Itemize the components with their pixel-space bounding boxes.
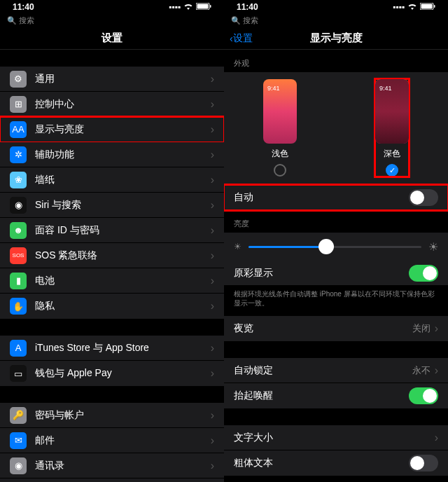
chevron-right-icon: ›: [211, 199, 214, 212]
signal-icon: ▪▪▪▪: [169, 2, 181, 12]
chevron-right-icon: ›: [211, 149, 214, 161]
bold-text-toggle[interactable]: [409, 455, 438, 471]
back-button[interactable]: ‹ 设置: [230, 32, 253, 45]
settings-row-accessibility[interactable]: ✲辅助功能›: [0, 142, 224, 167]
chevron-right-icon: ›: [435, 364, 438, 377]
search-field[interactable]: 🔍 搜索: [0, 14, 224, 27]
row-label: 墙纸: [35, 174, 211, 186]
chevron-right-icon: ›: [211, 300, 214, 312]
slider-thumb[interactable]: [318, 239, 334, 254]
siri-search-icon: ◉: [10, 197, 27, 214]
settings-row-display-brightness[interactable]: AA显示与亮度›: [0, 117, 224, 142]
settings-row-privacy[interactable]: ✋隐私›: [0, 294, 224, 319]
true-tone-row[interactable]: 原彩显示: [224, 261, 448, 286]
wifi-icon: [407, 2, 417, 12]
settings-root-screen: 11:40 ▪▪▪▪ 🔍 搜索 设置 ⚙通用›⊞控制中心›AA显示与亮度›✲辅助…: [0, 0, 224, 482]
text-size-row[interactable]: 文字大小 ›: [224, 425, 448, 450]
row-label: 面容 ID 与密码: [35, 224, 211, 237]
display-settings-list[interactable]: 外观 9:41 浅色 9:41 深色 ✓ 自动 亮度 ☀: [224, 50, 448, 482]
true-tone-toggle[interactable]: [409, 265, 438, 282]
settings-row-faceid[interactable]: ☻面容 ID 与密码›: [0, 218, 224, 243]
passwords-icon: 🔑: [10, 407, 27, 424]
settings-row-general[interactable]: ⚙通用›: [0, 67, 224, 92]
row-label: 电池: [35, 275, 211, 287]
settings-row-wallpaper[interactable]: ❀墙纸›: [0, 167, 224, 193]
auto-toggle[interactable]: [409, 189, 438, 206]
appearance-dark-option[interactable]: 9:41 深色 ✓: [375, 79, 409, 177]
chevron-right-icon: ›: [211, 434, 214, 447]
settings-row-passwords[interactable]: 🔑密码与帐户›: [0, 403, 224, 428]
chevron-right-icon: ›: [211, 73, 214, 85]
battery-icon: [420, 2, 435, 12]
search-field[interactable]: 🔍 搜索: [224, 14, 448, 27]
bold-text-row[interactable]: 粗体文本: [224, 450, 448, 476]
appearance-picker: 9:41 浅色 9:41 深色 ✓: [224, 72, 448, 185]
chevron-right-icon: ›: [211, 409, 214, 422]
display-brightness-screen: 11:40 ▪▪▪▪ 🔍 搜索 ‹ 设置 显示与亮度 外观 9:41: [224, 0, 448, 482]
chevron-right-icon: ›: [211, 98, 214, 111]
auto-lock-row[interactable]: 自动锁定 永不 ›: [224, 358, 448, 383]
appearance-light-option[interactable]: 9:41 浅色: [263, 79, 297, 177]
search-icon: 🔍: [231, 16, 241, 25]
itunes-appstore-icon: A: [10, 340, 27, 357]
row-label: SOS 紧急联络: [35, 249, 211, 262]
row-label: 显示与亮度: [35, 123, 211, 136]
search-icon: 🔍: [7, 16, 17, 25]
chevron-right-icon: ›: [211, 123, 214, 136]
status-time: 11:40: [13, 2, 34, 12]
light-label: 浅色: [272, 148, 288, 160]
battery-icon: [196, 2, 211, 12]
chevron-right-icon: ›: [211, 275, 214, 287]
row-label: 密码与帐户: [35, 409, 211, 422]
row-label: 控制中心: [35, 98, 211, 111]
brightness-slider[interactable]: [248, 246, 421, 248]
accessibility-icon: ✲: [10, 146, 27, 163]
wallpaper-icon: ❀: [10, 172, 27, 188]
raise-wake-row[interactable]: 抬起唤醒: [224, 383, 448, 408]
contacts-icon: ◉: [10, 457, 27, 474]
chevron-right-icon: ›: [211, 249, 214, 262]
dark-label: 深色: [384, 148, 400, 160]
settings-row-control-center[interactable]: ⊞控制中心›: [0, 92, 224, 117]
dark-radio[interactable]: ✓: [386, 164, 398, 177]
status-bar: 11:40 ▪▪▪▪: [0, 0, 224, 14]
settings-row-sos[interactable]: SOSSOS 紧急联络›: [0, 243, 224, 268]
status-indicators: ▪▪▪▪: [393, 2, 435, 12]
night-shift-row[interactable]: 夜览 关闭 ›: [224, 316, 448, 341]
settings-row-mail[interactable]: ✉邮件›: [0, 428, 224, 453]
svg-rect-5: [434, 5, 435, 8]
settings-row-calendar[interactable]: ▦日历›: [0, 478, 224, 482]
svg-rect-4: [421, 4, 433, 9]
light-preview: 9:41: [263, 79, 297, 144]
settings-row-wallet[interactable]: ▭钱包与 Apple Pay›: [0, 361, 224, 386]
nav-bar: ‹ 设置 显示与亮度: [224, 27, 448, 50]
auto-appearance-row[interactable]: 自动: [224, 185, 448, 210]
brightness-slider-row: ☀ ☀: [224, 233, 448, 261]
sos-icon: SOS: [10, 247, 27, 264]
row-label: 邮件: [35, 434, 211, 447]
chevron-right-icon: ›: [211, 460, 214, 472]
settings-row-siri-search[interactable]: ◉Siri 与搜索›: [0, 193, 224, 218]
light-radio[interactable]: [274, 164, 286, 177]
settings-row-contacts[interactable]: ◉通讯录›: [0, 453, 224, 478]
raise-wake-toggle[interactable]: [409, 387, 438, 404]
chevron-right-icon: ›: [211, 367, 214, 380]
sun-high-icon: ☀: [428, 240, 438, 254]
settings-row-battery[interactable]: ▮电池›: [0, 268, 224, 294]
brightness-header: 亮度: [224, 210, 448, 233]
true-tone-note: 根据环境光线条件自动调整 iPhone 屏幕以在不同环境下保持色彩显示一致。: [224, 286, 448, 316]
faceid-icon: ☻: [10, 222, 27, 239]
appearance-header: 外观: [224, 50, 448, 72]
display-brightness-icon: AA: [10, 121, 27, 138]
settings-row-itunes-appstore[interactable]: AiTunes Store 与 App Store›: [0, 336, 224, 361]
control-center-icon: ⊞: [10, 96, 27, 113]
svg-rect-2: [210, 5, 211, 8]
row-label: 通用: [35, 73, 211, 85]
nav-bar: 设置: [0, 27, 224, 50]
page-title: 显示与亮度: [310, 32, 363, 45]
settings-list[interactable]: ⚙通用›⊞控制中心›AA显示与亮度›✲辅助功能›❀墙纸›◉Siri 与搜索›☻面…: [0, 50, 224, 482]
row-label: 钱包与 Apple Pay: [35, 367, 211, 380]
page-title: 设置: [102, 32, 122, 45]
signal-icon: ▪▪▪▪: [393, 2, 405, 12]
row-label: 辅助功能: [35, 149, 211, 161]
